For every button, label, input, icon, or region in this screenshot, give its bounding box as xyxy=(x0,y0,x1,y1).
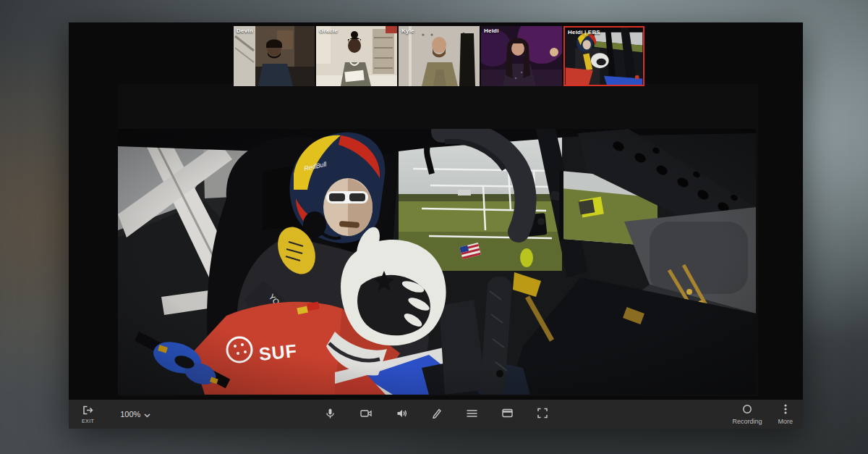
fullscreen-icon xyxy=(537,408,548,421)
more-label: More xyxy=(778,418,793,425)
participant-tile-devin[interactable]: Devin xyxy=(234,26,315,86)
participant-tile-heidi-ebs-active[interactable]: Heidi | EBS xyxy=(563,26,644,86)
participant-video-gracie xyxy=(316,26,397,86)
menu-button[interactable] xyxy=(464,407,480,422)
participant-name: Kyle xyxy=(401,28,414,34)
camera-icon xyxy=(359,408,372,421)
participant-video-cockpit xyxy=(565,28,643,85)
zoom-level-value: 100% xyxy=(120,410,140,419)
control-toolbar: EXIT 100% xyxy=(69,400,803,429)
chevron-down-icon xyxy=(144,409,150,420)
zoom-level-select[interactable]: 100% xyxy=(116,408,155,421)
participant-video-heidi xyxy=(481,26,562,86)
speaker-icon xyxy=(396,408,407,421)
annotate-pen-icon xyxy=(431,408,442,421)
fullscreen-button[interactable] xyxy=(535,405,550,423)
participant-name: Heidi | EBS xyxy=(568,29,600,35)
window-layout-icon xyxy=(501,408,513,420)
participant-video-kyle xyxy=(399,26,480,86)
exit-button[interactable]: EXIT xyxy=(79,404,97,425)
speaker-button[interactable] xyxy=(393,406,409,423)
layout-button[interactable] xyxy=(499,406,515,422)
participant-tile-gracie[interactable]: Gracie xyxy=(316,26,397,86)
recording-button[interactable]: Recording xyxy=(729,403,765,426)
race-cockpit-scene: RECARO RedBull xyxy=(118,129,756,395)
recording-circle-icon xyxy=(742,404,752,416)
participant-name: Heidi xyxy=(484,28,499,34)
participant-video-devin xyxy=(234,26,315,86)
meeting-window: RECARO RedBull xyxy=(69,22,803,429)
microphone-button[interactable] xyxy=(322,405,338,424)
camera-button[interactable] xyxy=(357,406,374,423)
participant-strip: Devin Gracie xyxy=(234,26,644,86)
microphone-icon xyxy=(324,408,336,421)
exit-icon xyxy=(82,405,93,417)
participant-name: Gracie xyxy=(319,28,338,34)
annotate-button[interactable] xyxy=(429,405,444,423)
more-dots-icon xyxy=(784,404,787,416)
recording-label: Recording xyxy=(732,418,762,425)
participant-tile-kyle[interactable]: Kyle xyxy=(399,26,480,86)
participant-name: Devin xyxy=(237,28,253,34)
exit-label: EXIT xyxy=(82,419,94,424)
participant-tile-heidi[interactable]: Heidi xyxy=(481,26,562,86)
more-button[interactable]: More xyxy=(775,403,796,426)
active-speaker-video: RECARO RedBull xyxy=(118,129,756,395)
hamburger-menu-icon xyxy=(466,409,477,420)
